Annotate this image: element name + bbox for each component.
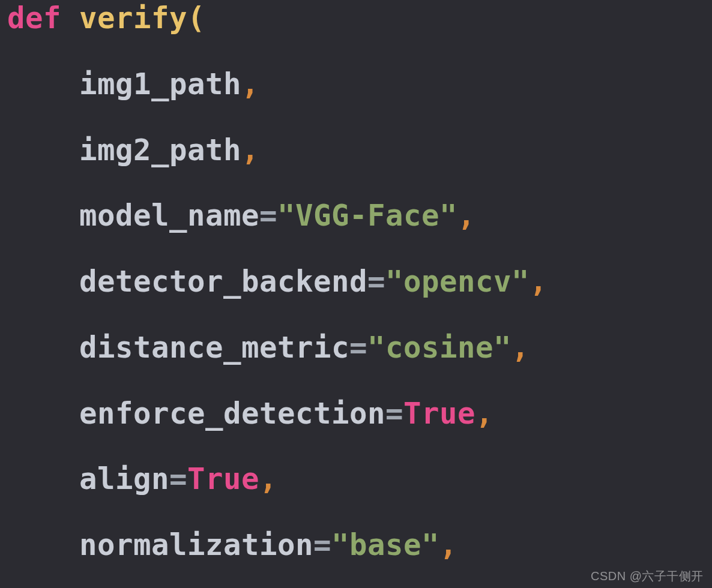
param-model-name: model_name bbox=[79, 199, 259, 233]
equals-icon: = bbox=[349, 331, 367, 365]
comma-icon: , bbox=[475, 397, 493, 431]
param-img1-path: img1_path bbox=[79, 67, 241, 101]
code-block: def verify( img1_path, img2_path, model_… bbox=[0, 0, 712, 588]
equals-icon: = bbox=[313, 528, 331, 562]
param-detector-backend: detector_backend bbox=[79, 265, 367, 299]
open-paren: ( bbox=[187, 1, 205, 35]
bool-value: True bbox=[187, 462, 259, 496]
comma-icon: , bbox=[439, 528, 457, 562]
comma-icon: , bbox=[259, 462, 277, 496]
function-name: verify bbox=[79, 1, 187, 35]
param-align: align bbox=[79, 462, 169, 496]
string-value: "opencv" bbox=[385, 265, 529, 299]
watermark-text: CSDN @六子干侧开 bbox=[591, 568, 704, 584]
equals-icon: = bbox=[169, 462, 187, 496]
equals-icon: = bbox=[385, 397, 403, 431]
comma-icon: , bbox=[457, 199, 475, 233]
comma-icon: , bbox=[529, 265, 548, 299]
param-distance-metric: distance_metric bbox=[79, 331, 349, 365]
comma-icon: , bbox=[511, 331, 529, 365]
string-value: "VGG-Face" bbox=[277, 199, 457, 233]
equals-icon: = bbox=[259, 199, 277, 233]
param-normalization: normalization bbox=[79, 528, 313, 562]
keyword-def: def bbox=[7, 1, 61, 35]
string-value: "cosine" bbox=[367, 331, 511, 365]
bool-value: True bbox=[403, 397, 475, 431]
string-value: "base" bbox=[331, 528, 439, 562]
comma-icon: , bbox=[241, 133, 259, 167]
comma-icon: , bbox=[241, 67, 259, 101]
param-img2-path: img2_path bbox=[79, 133, 241, 167]
equals-icon: = bbox=[367, 265, 385, 299]
param-enforce-detection: enforce_detection bbox=[79, 397, 385, 431]
